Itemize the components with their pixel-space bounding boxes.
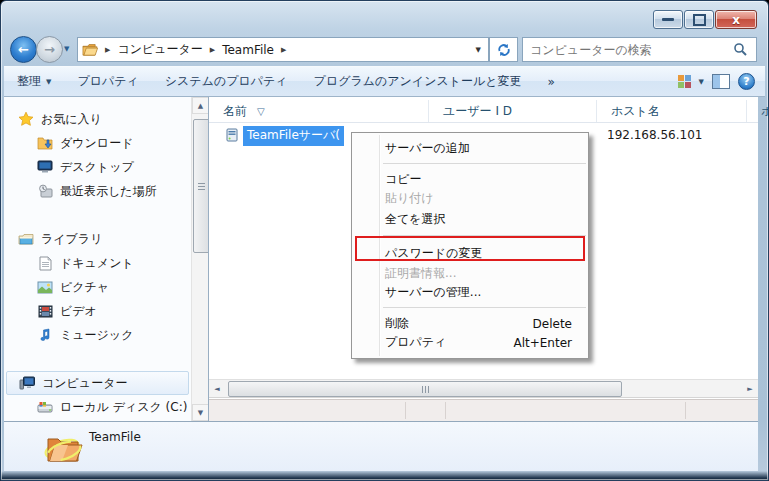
file-host-value: 192.168.56.101 xyxy=(607,128,702,142)
sidebar-label: コンピューター xyxy=(42,375,127,392)
views-icon[interactable] xyxy=(678,75,691,88)
search-box xyxy=(522,37,757,62)
toolbar-overflow-button[interactable]: » xyxy=(535,67,568,96)
sidebar-label: ミュージック xyxy=(60,327,133,344)
menu-item-certificate-info: 証明書情報... xyxy=(352,264,588,283)
sort-indicator-icon[interactable]: ▽ xyxy=(257,106,265,117)
sidebar-item-computer[interactable]: コンピューター xyxy=(6,371,189,395)
menu-item-label: サーバーの管理... xyxy=(385,284,481,301)
breadcrumb[interactable]: ▶ コンピューター ▶ TeamFile ▶ ▼ xyxy=(77,37,489,62)
column-header-userid[interactable]: ユーザー I D xyxy=(429,100,597,122)
sidebar-item-videos[interactable]: ビデオ xyxy=(4,299,191,323)
menu-item-change-password[interactable]: パスワードの変更 xyxy=(352,242,588,264)
column-header-name[interactable]: 名前 ▽ xyxy=(209,100,429,122)
column-label: ユーザー I D xyxy=(443,103,512,120)
menu-item-properties[interactable]: プロパティ Alt+Enter xyxy=(352,333,588,352)
menu-item-label: プロパティ xyxy=(385,334,446,351)
menu-separator xyxy=(383,235,586,236)
sidebar-scrollbar[interactable]: ▲ ▼ xyxy=(191,97,209,421)
thumb-grip xyxy=(198,186,205,187)
close-icon: x xyxy=(732,14,740,26)
sidebar-label: ダウンロード xyxy=(60,135,133,152)
views-tile xyxy=(685,82,691,88)
column-label: 名前 xyxy=(223,103,247,120)
file-row-teamfile-server[interactable]: TeamFileサーバ( xyxy=(209,126,344,146)
context-menu: サーバーの追加 コピー 貼り付け 全てを選択 パスワードの変更 証明書情報...… xyxy=(351,132,589,359)
column-header-port[interactable]: ポ xyxy=(747,100,769,122)
menu-item-copy[interactable]: コピー xyxy=(352,170,588,189)
maximize-button[interactable] xyxy=(684,10,714,29)
system-properties-button[interactable]: システムのプロパティ xyxy=(152,67,301,96)
back-arrow-icon: ← xyxy=(18,43,29,56)
scrollbar-thumb[interactable] xyxy=(228,381,622,397)
menu-item-delete[interactable]: 削除 Delete xyxy=(352,314,588,333)
horizontal-scrollbar[interactable]: ◄ ► xyxy=(209,379,758,398)
navigation-pane: お気に入り ダウンロード xyxy=(4,97,191,421)
film-icon xyxy=(37,303,53,319)
sidebar-item-desktop[interactable]: デスクトップ xyxy=(4,155,191,179)
sidebar-item-documents[interactable]: ドキュメント xyxy=(4,251,191,275)
sidebar-label: ローカル ディスク (C:) xyxy=(60,399,187,416)
minimize-button[interactable] xyxy=(653,10,683,29)
sidebar-spacer xyxy=(4,203,191,227)
menu-item-label: 貼り付け xyxy=(385,190,434,207)
organize-button[interactable]: 整理 ▼ xyxy=(4,67,64,96)
search-input[interactable] xyxy=(523,39,733,61)
menu-shortcut: Delete xyxy=(533,317,572,331)
details-item-name: TeamFile xyxy=(89,430,141,444)
forward-button[interactable]: → xyxy=(36,36,63,63)
sidebar-label: ドキュメント xyxy=(60,255,134,272)
menu-item-select-all[interactable]: 全てを選択 xyxy=(352,208,588,230)
search-icon[interactable] xyxy=(733,42,748,57)
libraries-icon xyxy=(18,231,34,247)
menu-item-paste: 貼り付け xyxy=(352,189,588,208)
sidebar-item-recent-places[interactable]: 最近表示した場所 xyxy=(4,179,191,203)
address-dropdown-button[interactable]: ▼ xyxy=(476,46,488,54)
sidebar-item-libraries[interactable]: ライブラリ xyxy=(4,227,191,251)
menu-item-label: 証明書情報... xyxy=(385,265,456,282)
breadcrumb-item-teamfile[interactable]: TeamFile xyxy=(222,43,274,57)
sidebar-item-local-disk-c[interactable]: ローカル ディスク (C:) xyxy=(4,395,191,419)
sidebar-item-downloads[interactable]: ダウンロード xyxy=(4,131,191,155)
organize-label: 整理 xyxy=(17,73,41,90)
menu-separator xyxy=(383,163,586,164)
sidebar-label: ピクチャ xyxy=(60,279,109,296)
scroll-down-button[interactable]: ▼ xyxy=(192,404,209,421)
help-icon[interactable]: ? xyxy=(738,73,755,90)
menu-item-label: パスワードの変更 xyxy=(385,245,482,262)
star-icon xyxy=(18,111,34,127)
breadcrumb-item-computer[interactable]: コンピューター xyxy=(117,41,202,58)
sidebar-label: ビデオ xyxy=(60,303,97,320)
computer-icon xyxy=(19,375,35,391)
menu-separator xyxy=(383,307,586,308)
sidebar-label: 最近表示した場所 xyxy=(60,183,157,200)
document-icon xyxy=(37,255,53,271)
scroll-right-button[interactable]: ► xyxy=(742,380,758,397)
menu-item-add-server[interactable]: サーバーの追加 xyxy=(352,139,588,158)
views-tile xyxy=(678,75,684,81)
properties-button[interactable]: プロパティ xyxy=(64,67,151,96)
menu-item-label: コピー xyxy=(385,171,422,188)
refresh-button[interactable] xyxy=(489,37,518,62)
column-header-hostname[interactable]: ホスト名 xyxy=(597,100,747,122)
scroll-left-button[interactable]: ◄ xyxy=(209,380,225,397)
file-name-selected[interactable]: TeamFileサーバ( xyxy=(243,126,344,146)
views-dropdown-icon[interactable]: ▼ xyxy=(699,78,704,86)
history-dropdown-button[interactable]: ▼ xyxy=(64,45,69,53)
uninstall-program-button[interactable]: プログラムのアンインストールと変更 xyxy=(301,67,535,96)
location-folder-icon xyxy=(82,42,98,58)
close-button[interactable]: x xyxy=(715,10,757,29)
maximize-icon xyxy=(693,14,706,26)
sidebar-item-pictures[interactable]: ピクチャ xyxy=(4,275,191,299)
menu-item-server-management[interactable]: サーバーの管理... xyxy=(352,283,588,302)
column-label: ホスト名 xyxy=(611,103,660,120)
download-folder-icon xyxy=(37,135,53,151)
views-tile xyxy=(685,75,691,81)
back-button[interactable]: ← xyxy=(10,36,37,63)
preview-pane-icon[interactable] xyxy=(712,74,730,89)
scroll-up-button[interactable]: ▲ xyxy=(192,97,209,114)
sidebar-item-music[interactable]: ミュージック xyxy=(4,323,191,347)
music-note-icon xyxy=(37,327,53,343)
window-controls: x xyxy=(653,10,757,29)
sidebar-item-favorites[interactable]: お気に入り xyxy=(4,107,191,131)
